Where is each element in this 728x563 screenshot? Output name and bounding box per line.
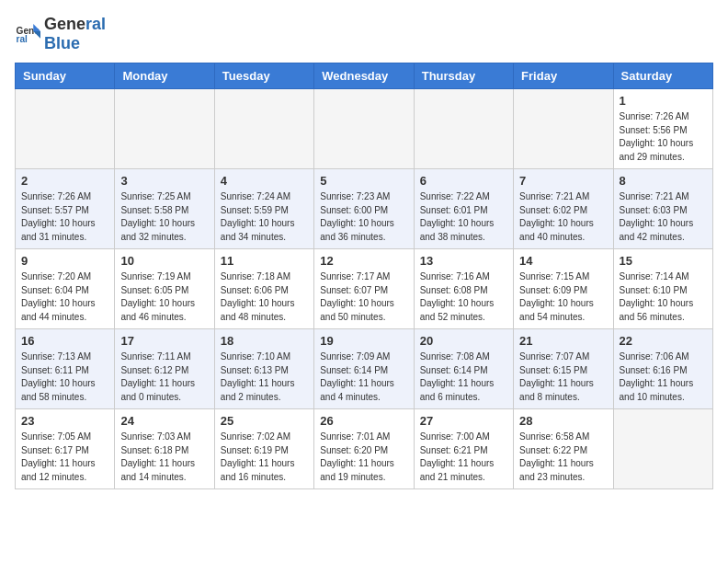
day-number: 3: [120, 174, 208, 188]
day-number: 13: [420, 254, 507, 268]
calendar-cell: 23Sunrise: 7:05 AM Sunset: 6:17 PM Dayli…: [16, 409, 115, 489]
calendar-week-row: 23Sunrise: 7:05 AM Sunset: 6:17 PM Dayli…: [16, 409, 713, 489]
weekday-header-monday: Monday: [115, 63, 214, 89]
day-number: 26: [320, 414, 407, 428]
calendar-cell: 24Sunrise: 7:03 AM Sunset: 6:18 PM Dayli…: [115, 409, 214, 489]
calendar-cell: 28Sunrise: 6:58 AM Sunset: 6:22 PM Dayli…: [514, 409, 613, 489]
calendar-cell: 26Sunrise: 7:01 AM Sunset: 6:20 PM Dayli…: [314, 409, 414, 489]
calendar-cell: [16, 89, 115, 169]
day-number: 17: [120, 334, 208, 348]
calendar-cell: 4Sunrise: 7:24 AM Sunset: 5:59 PM Daylig…: [214, 169, 313, 249]
calendar-cell: 8Sunrise: 7:21 AM Sunset: 6:03 PM Daylig…: [613, 169, 712, 249]
day-info: Sunrise: 7:13 AM Sunset: 6:11 PM Dayligh…: [21, 350, 108, 404]
weekday-header-tuesday: Tuesday: [214, 63, 313, 89]
weekday-header-thursday: Thursday: [414, 63, 513, 89]
calendar-cell: 10Sunrise: 7:19 AM Sunset: 6:05 PM Dayli…: [115, 249, 214, 329]
calendar-cell: [414, 89, 513, 169]
day-number: 4: [221, 174, 308, 188]
day-number: 24: [120, 414, 208, 428]
day-info: Sunrise: 7:20 AM Sunset: 6:04 PM Dayligh…: [21, 270, 108, 324]
day-info: Sunrise: 7:11 AM Sunset: 6:12 PM Dayligh…: [120, 350, 208, 404]
day-info: Sunrise: 7:14 AM Sunset: 6:10 PM Dayligh…: [620, 270, 707, 324]
day-number: 20: [420, 334, 507, 348]
day-number: 19: [320, 334, 407, 348]
day-info: Sunrise: 7:21 AM Sunset: 6:02 PM Dayligh…: [519, 190, 607, 244]
day-info: Sunrise: 7:01 AM Sunset: 6:20 PM Dayligh…: [320, 431, 407, 484]
page-header: Gene ral General Blue: [15, 15, 713, 53]
day-info: Sunrise: 7:08 AM Sunset: 6:14 PM Dayligh…: [420, 350, 507, 404]
day-info: Sunrise: 7:26 AM Sunset: 5:56 PM Dayligh…: [620, 110, 707, 164]
day-number: 21: [519, 334, 607, 348]
day-number: 11: [221, 254, 308, 268]
day-info: Sunrise: 7:00 AM Sunset: 6:21 PM Dayligh…: [420, 431, 507, 484]
calendar-week-row: 9Sunrise: 7:20 AM Sunset: 6:04 PM Daylig…: [16, 249, 713, 329]
calendar-week-row: 16Sunrise: 7:13 AM Sunset: 6:11 PM Dayli…: [16, 329, 713, 409]
day-info: Sunrise: 7:18 AM Sunset: 6:06 PM Dayligh…: [221, 270, 308, 324]
day-number: 18: [221, 334, 308, 348]
calendar-cell: 2Sunrise: 7:26 AM Sunset: 5:57 PM Daylig…: [16, 169, 115, 249]
weekday-header-friday: Friday: [514, 63, 613, 89]
day-info: Sunrise: 7:02 AM Sunset: 6:19 PM Dayligh…: [221, 431, 308, 484]
day-number: 28: [519, 414, 607, 428]
calendar-cell: 27Sunrise: 7:00 AM Sunset: 6:21 PM Dayli…: [414, 409, 513, 489]
day-info: Sunrise: 7:09 AM Sunset: 6:14 PM Dayligh…: [320, 350, 407, 404]
logo-blue-word: Blue: [44, 34, 80, 52]
calendar-cell: 17Sunrise: 7:11 AM Sunset: 6:12 PM Dayli…: [115, 329, 214, 409]
svg-text:ral: ral: [17, 34, 28, 44]
calendar-cell: 9Sunrise: 7:20 AM Sunset: 6:04 PM Daylig…: [16, 249, 115, 329]
day-info: Sunrise: 7:10 AM Sunset: 6:13 PM Dayligh…: [221, 350, 308, 404]
day-info: Sunrise: 7:21 AM Sunset: 6:03 PM Dayligh…: [620, 190, 707, 244]
calendar-cell: 21Sunrise: 7:07 AM Sunset: 6:15 PM Dayli…: [514, 329, 613, 409]
calendar-cell: 15Sunrise: 7:14 AM Sunset: 6:10 PM Dayli…: [613, 249, 712, 329]
day-info: Sunrise: 7:25 AM Sunset: 5:58 PM Dayligh…: [120, 190, 208, 244]
day-number: 7: [519, 174, 607, 188]
day-number: 5: [320, 174, 407, 188]
day-number: 22: [620, 334, 707, 348]
day-number: 16: [21, 334, 108, 348]
calendar-cell: 6Sunrise: 7:22 AM Sunset: 6:01 PM Daylig…: [414, 169, 513, 249]
calendar-cell: [514, 89, 613, 169]
day-info: Sunrise: 7:19 AM Sunset: 6:05 PM Dayligh…: [120, 270, 208, 324]
day-info: Sunrise: 7:05 AM Sunset: 6:17 PM Dayligh…: [21, 431, 108, 484]
day-number: 1: [620, 94, 707, 108]
day-info: Sunrise: 7:22 AM Sunset: 6:01 PM Dayligh…: [420, 190, 507, 244]
day-number: 25: [221, 414, 308, 428]
calendar-cell: 13Sunrise: 7:16 AM Sunset: 6:08 PM Dayli…: [414, 249, 513, 329]
logo: Gene ral General Blue: [15, 15, 106, 53]
day-info: Sunrise: 7:24 AM Sunset: 5:59 PM Dayligh…: [221, 190, 308, 244]
weekday-header-row: SundayMondayTuesdayWednesdayThursdayFrid…: [16, 63, 713, 89]
day-info: Sunrise: 7:03 AM Sunset: 6:18 PM Dayligh…: [120, 431, 208, 484]
day-number: 15: [620, 254, 707, 268]
calendar-cell: 12Sunrise: 7:17 AM Sunset: 6:07 PM Dayli…: [314, 249, 414, 329]
calendar-week-row: 1Sunrise: 7:26 AM Sunset: 5:56 PM Daylig…: [16, 89, 713, 169]
day-info: Sunrise: 6:58 AM Sunset: 6:22 PM Dayligh…: [519, 431, 607, 484]
day-info: Sunrise: 7:06 AM Sunset: 6:16 PM Dayligh…: [620, 350, 707, 404]
day-info: Sunrise: 7:07 AM Sunset: 6:15 PM Dayligh…: [519, 350, 607, 404]
calendar-cell: 18Sunrise: 7:10 AM Sunset: 6:13 PM Dayli…: [214, 329, 313, 409]
day-number: 23: [21, 414, 108, 428]
day-number: 14: [519, 254, 607, 268]
day-number: 8: [620, 174, 707, 188]
calendar-cell: 1Sunrise: 7:26 AM Sunset: 5:56 PM Daylig…: [613, 89, 712, 169]
logo-blue-text: ral: [85, 15, 106, 33]
day-number: 6: [420, 174, 507, 188]
calendar-cell: 16Sunrise: 7:13 AM Sunset: 6:11 PM Dayli…: [16, 329, 115, 409]
calendar-cell: 3Sunrise: 7:25 AM Sunset: 5:58 PM Daylig…: [115, 169, 214, 249]
day-number: 2: [21, 174, 108, 188]
calendar-cell: [314, 89, 414, 169]
day-number: 27: [420, 414, 507, 428]
calendar-cell: 7Sunrise: 7:21 AM Sunset: 6:02 PM Daylig…: [514, 169, 613, 249]
calendar-cell: 19Sunrise: 7:09 AM Sunset: 6:14 PM Dayli…: [314, 329, 414, 409]
day-info: Sunrise: 7:17 AM Sunset: 6:07 PM Dayligh…: [320, 270, 407, 324]
day-info: Sunrise: 7:16 AM Sunset: 6:08 PM Dayligh…: [420, 270, 507, 324]
calendar-cell: 5Sunrise: 7:23 AM Sunset: 6:00 PM Daylig…: [314, 169, 414, 249]
logo-general-text: Gene: [44, 15, 85, 33]
calendar-cell: 11Sunrise: 7:18 AM Sunset: 6:06 PM Dayli…: [214, 249, 313, 329]
day-info: Sunrise: 7:15 AM Sunset: 6:09 PM Dayligh…: [519, 270, 607, 324]
day-number: 12: [320, 254, 407, 268]
weekday-header-sunday: Sunday: [16, 63, 115, 89]
calendar-cell: [115, 89, 214, 169]
calendar-cell: 20Sunrise: 7:08 AM Sunset: 6:14 PM Dayli…: [414, 329, 513, 409]
calendar-cell: [613, 409, 712, 489]
calendar-table: SundayMondayTuesdayWednesdayThursdayFrid…: [15, 63, 713, 489]
